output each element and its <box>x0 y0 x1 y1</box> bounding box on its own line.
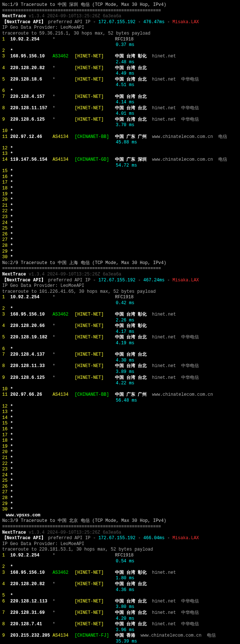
api-text: preferred API IP - <box>48 278 98 283</box>
hop-isp: 电信 <box>207 633 216 638</box>
hop-net: [CHINANET-BB] <box>75 392 115 398</box>
hop-loc-block: 中国 台湾 台北 hinet.net 中华电信 <box>115 375 199 380</box>
hop-num: 1 <box>2 553 10 559</box>
hop-star: * <box>10 306 13 311</box>
hop-domain: hinet.net <box>152 54 181 59</box>
hop-ip: 168.95.156.10 <box>10 570 53 576</box>
hop-row: 7220.128.4.157*[HINET-NET]中国 台湾 台北 <box>2 94 238 100</box>
api-sep2: - <box>165 536 173 541</box>
hop-loc: 中国 广东 广州 <box>115 392 152 397</box>
hop-ip: 220.128.6.125 <box>10 117 53 123</box>
hop-num: 13 <box>2 409 10 415</box>
hop-domain: hinet.net <box>152 375 181 380</box>
hop-row: 29* <box>2 501 238 507</box>
hop-num: 8 <box>2 106 10 111</box>
version: v1.3.4 2024-09-10T13:25:26Z 6a3ea6a <box>29 14 121 19</box>
hop-row: 5220.128.19.182*[HINET-NET]中国 台湾 台北 hine… <box>2 335 238 341</box>
hop-num: 22 <box>2 209 10 214</box>
hop-num: 6 <box>2 88 10 94</box>
hop-isp: 中华电信 <box>181 610 199 615</box>
hop-row: 6220.128.12.113*[HINET-NET]中国 台湾 台北 hine… <box>2 599 238 605</box>
hop-isp: 中华电信 <box>181 77 199 82</box>
misaka: Misaka.LAX <box>172 536 199 541</box>
hop-star: * <box>10 243 13 248</box>
hop-num: 28 <box>2 495 10 501</box>
hop-num: 4 <box>2 323 10 329</box>
hop-row: 9220.128.6.125*[HINET-NET]中国 台湾 台北 hinet… <box>2 375 238 381</box>
watermark: www.vpsxs.com <box>2 513 238 519</box>
hop-num: 2 <box>2 48 10 54</box>
hop-ip: 168.95.156.10 <box>10 54 53 60</box>
hop-loc-block: 中国 广东 深圳 www.chinatelecom.com.cn 电信 <box>115 157 227 162</box>
hop-rtt: 4.51 ms <box>2 82 238 88</box>
hop-loc: 中国 台湾 台北 <box>115 581 152 587</box>
hop-row: 27* <box>2 490 238 495</box>
hop-asn: AS4134 <box>53 633 75 639</box>
hop-asn: * <box>53 352 75 358</box>
hop-ip: 220.128.20.82 <box>10 65 53 71</box>
api-ms: 466.04ms <box>143 536 165 541</box>
hop-row: 16* <box>2 174 238 180</box>
trace-title: No:2/9 Traceroute to 中国 上海 电信 (TCP Mode,… <box>2 260 238 266</box>
hop-star: * <box>10 232 13 237</box>
hop-domain: hinet.net <box>152 610 181 615</box>
nexttrace-line: NextTrace v1.3.4 2024-09-10T13:25:26Z 6a… <box>2 14 238 19</box>
nexttrace-label: NextTrace <box>2 530 29 535</box>
hop-ip: 203.215.232.205 <box>10 633 53 639</box>
hop-rtt: 3.89 ms <box>2 369 238 375</box>
hop-star: * <box>10 168 13 174</box>
hop-row: 110.92.2.254*RFC1918 <box>2 295 238 300</box>
hop-row: 15* <box>2 421 238 427</box>
hop-num: 3 <box>2 570 10 576</box>
hop-num: 20 <box>2 197 10 203</box>
hop-star: * <box>10 203 13 208</box>
hop-asn: AS4134 <box>53 392 75 398</box>
hop-ip: 220.128.20.66 <box>10 323 53 329</box>
hop-rtt: 4.01 ms <box>2 111 238 117</box>
hop-num: 28 <box>2 243 10 249</box>
api-text: preferred API IP - <box>48 536 98 541</box>
hop-loc-block: 中国 台湾 彰化 hinet.net <box>115 54 181 59</box>
hop-star: * <box>10 455 13 460</box>
hop-net: [HINET-NET] <box>75 581 115 587</box>
hop-rtt: 3.80 ms <box>2 604 238 610</box>
hop-ip: 220.128.11.33 <box>10 363 53 369</box>
hop-num: 29 <box>2 249 10 255</box>
hop-loc-block: 中国 台湾 台北 hinet.net 中华电信 <box>115 77 199 82</box>
hop-row: 18* <box>2 438 238 444</box>
api-ms: 467.24ms <box>143 278 165 283</box>
hop-loc: 中国 台湾 台北 <box>115 610 152 615</box>
hop-num: 5 <box>2 335 10 341</box>
hop-asn: * <box>53 94 75 100</box>
hop-num: 19 <box>2 444 10 450</box>
hop-rtt: 1.80 ms <box>2 576 238 581</box>
hop-num: 30 <box>2 255 10 260</box>
hop-asn: * <box>53 599 75 605</box>
hop-ip: 202.97.12.46 <box>10 134 53 140</box>
hop-domain: hinet.net <box>152 106 181 111</box>
hop-star: * <box>10 415 13 420</box>
hop-rtt: 4.19 ms <box>2 341 238 346</box>
hop-rtt: 3.96 ms <box>2 627 238 633</box>
hop-num: 10 <box>2 128 10 134</box>
hop-star: * <box>10 174 13 179</box>
api-label: 【NextTrace API】 <box>2 536 48 541</box>
hop-net: [HINET-NET] <box>75 312 115 318</box>
hop-row: 28* <box>2 243 238 249</box>
hop-row: 2* <box>2 306 238 312</box>
hop-isp: 电信 <box>218 134 227 139</box>
misaka: Misaka.LAX <box>172 278 199 283</box>
hop-loc: 中国 广东 广州 <box>115 134 152 139</box>
hop-num: 23 <box>2 467 10 473</box>
hop-row: 10* <box>2 128 238 134</box>
hop-row: 6* <box>2 346 238 352</box>
hop-rtt: 0.54 ms <box>2 559 238 565</box>
hop-rtt: 54.72 ms <box>2 163 238 169</box>
hop-star: * <box>10 593 13 598</box>
hop-net: [HINET-NET] <box>75 54 115 60</box>
nexttrace-label: NextTrace <box>2 272 29 277</box>
hop-row: 26* <box>2 232 238 238</box>
hop-isp: 中华电信 <box>181 599 199 604</box>
hop-loc-block: 中国 台湾 台北 hinet.net 中华电信 <box>115 363 199 369</box>
geo-provider: IP Geo Data Provider: LeoMoeAPI <box>2 25 238 31</box>
